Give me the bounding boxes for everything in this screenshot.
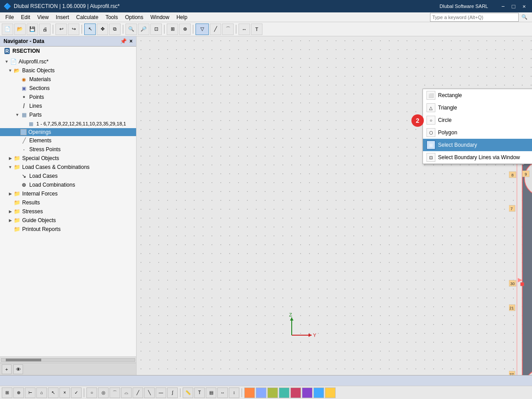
toggle-special[interactable]: ▶: [7, 156, 13, 160]
toolbar-btn-print[interactable]: 🖨: [39, 23, 51, 35]
tree-item-elements[interactable]: ╱ Elements: [0, 136, 136, 145]
tree-item-sections[interactable]: Sections: [0, 84, 136, 93]
bottom-btn-ortho[interactable]: ⊢: [25, 387, 35, 398]
toolbar-btn-zoom-out[interactable]: 🔎: [138, 23, 149, 35]
bottom-btn-hatch[interactable]: ▤: [206, 387, 216, 398]
scrollbar-track[interactable]: [1, 358, 135, 362]
toolbar-btn-select[interactable]: ↖: [84, 23, 96, 35]
toolbar-btn-open[interactable]: 📂: [14, 23, 26, 35]
toolbar-btn-arc[interactable]: ⌒: [222, 23, 234, 35]
menu-item-view[interactable]: View: [34, 12, 52, 22]
dropdown-item-select-boundary[interactable]: ⊞ Select Boundary: [423, 139, 532, 151]
bottom-btn-text[interactable]: T: [194, 387, 205, 398]
tree-item-stress-points[interactable]: · Stress Points: [0, 145, 136, 154]
tree-item-guide-objects[interactable]: ▶ 📁 Guide Objects: [0, 216, 136, 225]
toolbar-btn-dimension[interactable]: ↔: [239, 23, 250, 35]
toolbar-btn-insert-shape[interactable]: ▽: [196, 23, 209, 35]
tree-item-parts[interactable]: ▼ ▦ Parts: [0, 110, 136, 119]
toggle-basic-objects[interactable]: ▼: [7, 68, 13, 73]
canvas-area[interactable]: ⬜ Rectangle △ Triangle ○ Circle ⬡ Polygo…: [137, 36, 532, 375]
menu-item-tools[interactable]: Tools: [102, 12, 121, 22]
bottom-btn-curve[interactable]: ∫: [167, 387, 178, 398]
toolbar-btn-copy[interactable]: ⧉: [109, 23, 121, 35]
bottom-btn-color4[interactable]: [279, 387, 289, 398]
tree-item-openings[interactable]: Openings: [0, 128, 136, 136]
menu-item-options[interactable]: Options: [121, 12, 147, 22]
dropdown-item-triangle[interactable]: △ Triangle: [423, 102, 532, 114]
search-input[interactable]: [430, 13, 519, 22]
menu-item-calculate[interactable]: Calculate: [73, 12, 102, 22]
nav-close-button[interactable]: ×: [129, 38, 133, 44]
tree-item-points[interactable]: • Points: [0, 93, 136, 102]
tree-item-printout-reports[interactable]: 📁 Printout Reports: [0, 225, 136, 234]
nav-eye-button[interactable]: 👁: [13, 364, 23, 374]
tree-item-load-cases[interactable]: ↘ Load Cases: [0, 172, 136, 180]
bottom-btn-grid[interactable]: ⊞: [2, 387, 12, 398]
toolbar-btn-text[interactable]: T: [251, 23, 262, 35]
bottom-btn-circle1[interactable]: ○: [86, 387, 97, 398]
tree-item-load-combinations[interactable]: ⊕ Load Combinations: [0, 180, 136, 189]
tree-item-special-objects[interactable]: ▶ 📁 Special Objects: [0, 154, 136, 163]
dropdown-item-select-boundary-window[interactable]: ⊡ Select Boundary Lines via Window: [423, 151, 532, 164]
bottom-btn-color2[interactable]: [256, 387, 266, 398]
minimize-button[interactable]: −: [499, 3, 508, 10]
scrollbar-thumb[interactable]: [6, 359, 41, 361]
toggle-stresses[interactable]: ▶: [7, 209, 13, 214]
tree-item-aluprofil[interactable]: ▼ 📄 Aluprofil.rsc*: [0, 57, 136, 66]
tree-item-lines[interactable]: / Lines: [0, 102, 136, 110]
toolbar-btn-undo[interactable]: ↩: [55, 23, 67, 35]
bottom-btn-house[interactable]: ⌂: [36, 387, 47, 398]
bottom-btn-line1[interactable]: ╱: [133, 387, 143, 398]
bottom-btn-dim1[interactable]: ↔: [217, 387, 228, 398]
toolbar-btn-fit[interactable]: ⊡: [150, 23, 162, 35]
bottom-btn-color7[interactable]: [313, 387, 324, 398]
bottom-btn-x[interactable]: ×: [59, 387, 70, 398]
tree-item-stresses[interactable]: ▶ 📁 Stresses: [0, 207, 136, 216]
menu-item-window[interactable]: Window: [147, 12, 173, 22]
tree-item-rsection[interactable]: RSECTION: [0, 47, 136, 55]
close-button[interactable]: ×: [520, 3, 528, 10]
tree-item-materials[interactable]: Materials: [0, 75, 136, 84]
toggle-loads[interactable]: ▼: [7, 165, 13, 169]
nav-pin-button[interactable]: 📌: [120, 38, 127, 44]
bottom-btn-check[interactable]: ✓: [71, 387, 82, 398]
toggle-aluprofil[interactable]: ▼: [4, 59, 10, 64]
menu-item-insert[interactable]: Insert: [52, 12, 73, 22]
bottom-btn-color1[interactable]: [244, 387, 255, 398]
toolbar-btn-line[interactable]: ╱: [210, 23, 221, 35]
restore-button[interactable]: □: [509, 3, 518, 10]
bottom-btn-circle2[interactable]: ◎: [98, 387, 109, 398]
toolbar-btn-move[interactable]: ✥: [97, 23, 108, 35]
tree-item-load-cases-combos[interactable]: ▼ 📁 Load Cases & Combinations: [0, 163, 136, 172]
dropdown-item-polygon[interactable]: ⬡ Polygon: [423, 126, 532, 139]
bottom-btn-color5[interactable]: [290, 387, 301, 398]
tree-item-internal-forces[interactable]: ▶ 📁 Internal Forces: [0, 189, 136, 198]
bottom-btn-line3[interactable]: —: [156, 387, 166, 398]
nav-scrollbar[interactable]: [0, 356, 136, 363]
bottom-btn-color8[interactable]: [325, 387, 336, 398]
bottom-btn-dim2[interactable]: ↕: [229, 387, 239, 398]
toolbar-btn-new[interactable]: 📄: [2, 23, 13, 35]
bottom-btn-select[interactable]: ↖: [48, 387, 59, 398]
nav-add-button[interactable]: +: [2, 364, 12, 374]
toolbar-btn-snap[interactable]: ⊕: [179, 23, 191, 35]
toolbar-btn-save[interactable]: 💾: [27, 23, 38, 35]
dropdown-item-circle[interactable]: ○ Circle: [423, 114, 532, 126]
toggle-guide[interactable]: ▶: [7, 218, 13, 223]
tree-item-basic-objects[interactable]: ▼ Basic Objects: [0, 66, 136, 75]
tree-item-results[interactable]: 📁 Results: [0, 198, 136, 207]
toolbar-btn-grid[interactable]: ⊞: [167, 23, 178, 35]
bottom-btn-color3[interactable]: [267, 387, 278, 398]
bottom-btn-snap[interactable]: ⊕: [13, 387, 24, 398]
menu-item-help[interactable]: Help: [173, 12, 191, 22]
bottom-btn-measure[interactable]: 📏: [183, 387, 193, 398]
toggle-internal[interactable]: ▶: [7, 192, 13, 196]
bottom-btn-arc2[interactable]: ⌓: [121, 387, 132, 398]
bottom-btn-line2[interactable]: ╲: [144, 387, 155, 398]
menu-item-edit[interactable]: Edit: [17, 12, 34, 22]
bottom-btn-arc1[interactable]: ⌒: [110, 387, 120, 398]
dropdown-item-rectangle[interactable]: ⬜ Rectangle: [423, 89, 532, 102]
bottom-btn-color6[interactable]: [302, 387, 313, 398]
tree-item-parts-list[interactable]: ▦ 1 - 6,7,25,8,22,12,26,11,10,23,35,29,1…: [0, 119, 136, 128]
menu-item-file[interactable]: File: [2, 12, 17, 22]
